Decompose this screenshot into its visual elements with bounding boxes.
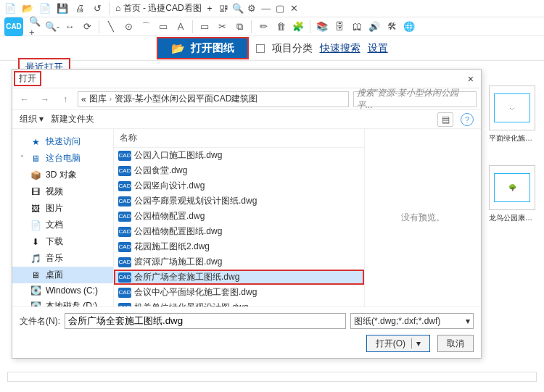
chevron-down-icon: ▾ [466, 316, 470, 326]
search-icon[interactable]: 🔍 [232, 3, 244, 14]
qat-icon[interactable]: ↺ [91, 3, 103, 14]
file-row[interactable]: CAD公园食堂.dwg [114, 163, 364, 178]
book-icon[interactable]: 🕮 [351, 21, 363, 33]
library-icon[interactable]: 📚 [316, 21, 328, 33]
dialog-close-button[interactable]: × [465, 73, 477, 85]
file-row[interactable]: CAD公园植物配置.dwg [114, 209, 364, 224]
file-row[interactable]: CAD公园入口施工图纸.dwg [114, 148, 364, 163]
sidebar-item[interactable]: 📄文档 [12, 217, 113, 233]
pan-icon[interactable]: ↔ [64, 21, 75, 33]
file-row[interactable]: CAD公园植物配置图纸.dwg [114, 224, 364, 239]
sidebar-item[interactable]: 💽本地磁盘 (D:) [12, 298, 113, 306]
plugin-icon[interactable]: 🧩 [292, 21, 304, 33]
folder-type-icon: 📄 [30, 220, 41, 230]
open-drawing-button[interactable]: 📂 打开图纸 [157, 37, 249, 59]
close-button[interactable]: ✕ [288, 3, 300, 14]
app-logo[interactable]: CAD [4, 17, 23, 36]
zoom-out-icon[interactable]: 🔍- [46, 21, 58, 33]
qat-icon[interactable]: 📄 [39, 3, 51, 14]
banner: 📂 打开图纸 项目分类 快速搜索 设置 [0, 36, 544, 61]
file-row[interactable]: CAD渡河源广场施工图.dwg [114, 254, 364, 270]
organize-button[interactable]: 组织 ▾ [20, 113, 44, 125]
recent-thumbnail[interactable]: 🌳 [489, 165, 535, 210]
select-icon[interactable]: ▭ [199, 21, 210, 33]
open-drawing-label: 打开图纸 [191, 41, 234, 55]
chevron-icon: › [110, 95, 112, 103]
maximize-button[interactable]: ▢ [274, 3, 286, 14]
storage-icon[interactable]: 🗄 [334, 21, 345, 33]
nav-back-button[interactable]: ← [17, 91, 33, 107]
search-input[interactable]: 搜索"资源-某小型休闲公园平... [353, 91, 477, 107]
view-mode-button[interactable]: ▤ [437, 112, 453, 127]
sidebar-item[interactable]: ★快速访问 [12, 133, 113, 150]
minimize-button[interactable]: — [260, 3, 272, 14]
globe-icon[interactable]: 🌐 [403, 21, 415, 33]
line-icon[interactable]: ╲ [105, 21, 117, 33]
breadcrumb[interactable]: « 图库 › 资源-某小型休闲公园平面CAD建筑图 [78, 91, 349, 107]
separator [251, 20, 252, 33]
sidebar-item[interactable]: ˅🖥这台电脑 [12, 150, 113, 167]
column-header-name[interactable]: 名称 [114, 129, 364, 148]
dialog-sidebar: ★快速访问˅🖥这台电脑📦3D 对象🎞视频🖼图片📄文档⬇下载🎵音乐🖥桌面💽Wind… [12, 129, 114, 306]
delete-icon[interactable]: 🗑 [275, 21, 287, 33]
file-row[interactable]: CAD花园施工图纸2.dwg [114, 239, 364, 254]
gear-icon[interactable]: ⚙ [246, 3, 257, 14]
folder-type-icon: ★ [30, 137, 41, 147]
arc-icon[interactable]: ⌒ [140, 21, 152, 33]
filename-input[interactable] [65, 313, 346, 329]
sidebar-item[interactable]: 🎞视频 [12, 183, 113, 200]
text-icon[interactable]: A [175, 21, 186, 33]
nav-up-button[interactable]: ↑ [57, 91, 73, 107]
new-tab-button[interactable]: + [207, 4, 213, 14]
help-button[interactable]: ? [461, 113, 474, 126]
file-row[interactable]: CAD公园亭廊景观规划设计图纸.dwg [114, 193, 364, 209]
settings-link[interactable]: 设置 [368, 42, 388, 55]
open-button[interactable]: 打开(O) ▾ [366, 335, 430, 352]
file-row[interactable]: CAD会所广场全套施工图纸.dwg [114, 270, 364, 285]
tool-icon[interactable]: 🛠 [386, 21, 397, 33]
copy-icon[interactable]: ⧉ [234, 21, 245, 33]
sidebar-item[interactable]: 🖥桌面 [12, 267, 113, 283]
dialog-titlebar: 打开 × [12, 70, 481, 88]
sidebar-item[interactable]: 🖼图片 [12, 200, 113, 217]
win-icon[interactable]: 🖳 [218, 3, 230, 14]
breadcrumb-sep-icon: « [81, 94, 86, 104]
recent-thumbnail[interactable]: ·.· [489, 86, 535, 130]
qat-icon[interactable]: 📂 [22, 3, 33, 14]
cancel-button[interactable]: 取消 [437, 335, 474, 352]
open-dropdown-icon[interactable]: ▾ [411, 338, 421, 349]
file-name: 公园亭廊景观规划设计图纸.dwg [134, 195, 257, 207]
sidebar-item[interactable]: 🎵音乐 [12, 250, 113, 267]
qat-icon[interactable]: 💾 [57, 3, 68, 14]
sound-icon[interactable]: 🔊 [368, 21, 380, 33]
cut-icon[interactable]: ✂ [216, 21, 228, 33]
filename-label: 文件名(N): [20, 315, 60, 328]
rect-icon[interactable]: ▭ [157, 21, 169, 33]
folder-icon: 📂 [171, 42, 185, 55]
qat-icon[interactable]: 🖨 [74, 3, 86, 14]
home-icon: ⌂ [115, 3, 120, 13]
zoom-in-icon[interactable]: 🔍+ [29, 21, 41, 33]
project-category-checkbox[interactable] [256, 44, 265, 53]
qat-icon[interactable]: 📄 [4, 3, 16, 14]
circle-icon[interactable]: ⊙ [123, 21, 134, 33]
expand-icon: ˅ [18, 154, 25, 162]
sidebar-item-label: Windows (C:) [46, 285, 98, 296]
nav-forward-button[interactable]: → [37, 91, 53, 107]
breadcrumb-part[interactable]: 资源-某小型休闲公园平面CAD建筑图 [115, 93, 257, 105]
folder-type-icon: ⬇ [30, 237, 41, 247]
file-name: 公园食堂.dwg [134, 164, 187, 177]
new-folder-button[interactable]: 新建文件夹 [51, 113, 94, 125]
sidebar-item[interactable]: ⬇下载 [12, 233, 113, 250]
rotate-icon[interactable]: ⟳ [81, 21, 93, 33]
file-row[interactable]: CAD会议中心平面绿化施工套图.dwg [114, 285, 364, 300]
sidebar-item[interactable]: 📦3D 对象 [12, 167, 113, 183]
filetype-select[interactable]: 图纸(*.dwg;*.dxf;*.dwf) ▾ [350, 313, 474, 329]
tab-home[interactable]: ⌂ 首页 - 迅捷CAD看图 [115, 2, 202, 14]
sidebar-item[interactable]: 💽Windows (C:) [12, 283, 113, 298]
file-row[interactable]: CAD公园竖向设计.dwg [114, 178, 364, 193]
edit-icon[interactable]: ✏ [257, 21, 269, 33]
quick-search-link[interactable]: 快速搜索 [320, 42, 360, 55]
file-row[interactable]: CAD机关单位绿化景观设计图.dwg [114, 300, 364, 306]
breadcrumb-part[interactable]: 图库 [89, 93, 107, 105]
